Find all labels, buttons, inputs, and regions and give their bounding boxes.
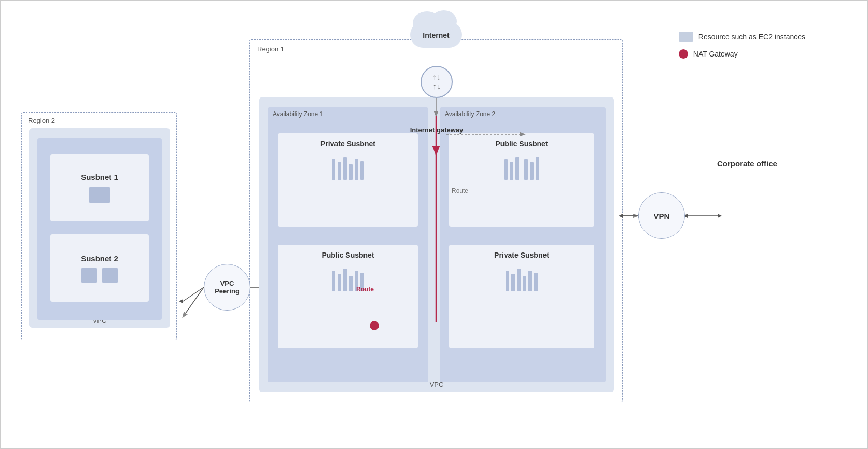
route-label-gray: Route <box>452 187 468 194</box>
svg-marker-36 <box>179 299 183 303</box>
svg-line-35 <box>183 287 204 301</box>
public-subnet-az2-resource-pair <box>504 154 539 180</box>
region2-subnet1-resource <box>89 187 110 203</box>
legend-nat: NAT Gateway <box>679 49 805 59</box>
region1-label: Region 1 <box>257 45 284 53</box>
az2-box: Availability Zone 2 Public Susbnet <box>440 107 606 382</box>
igw-arrows: ↑↓ ↑↓ <box>432 73 441 91</box>
private-subnet-az2-resource <box>506 265 538 291</box>
vpn-circle: VPN <box>638 192 685 239</box>
igw-label: Internet gateway <box>410 126 464 134</box>
cloud-bump2 <box>431 10 457 32</box>
legend-resource-icon <box>679 32 693 42</box>
region2-label: Region 2 <box>28 117 55 124</box>
az1-label: Availability Zone 1 <box>273 110 323 118</box>
region2-inner-bg: Susbnet 1 Susbnet 2 <box>37 138 162 320</box>
region2-subnet2: Susbnet 2 <box>50 234 149 302</box>
vpc-peering-label: VPCPeering <box>215 279 240 295</box>
region1-container: Region 1 Internet VPC ↑↓ ↑↓ Internet gat… <box>249 39 623 402</box>
vpc-peering-circle: VPCPeering <box>204 264 250 311</box>
region2-subnet2-resources <box>81 268 118 283</box>
legend-resource: Resource such as EC2 instances <box>679 32 805 42</box>
public-subnet-az1-label: Public Susbnet <box>321 251 374 259</box>
internet-label: Internet <box>423 31 449 39</box>
private-subnet-az2: Private Susbnet <box>449 245 594 348</box>
nat-gateway-dot <box>370 321 379 330</box>
private-subnet-az1: Private Susbnet <box>278 133 418 227</box>
svg-line-34 <box>183 287 204 317</box>
resource-icon-2 <box>102 268 118 283</box>
public-subnet-az2: Public Susbnet <box>449 133 594 227</box>
public-subnet-az1: Public Susbnet <box>278 245 418 348</box>
legend: Resource such as EC2 instances NAT Gatew… <box>679 32 805 59</box>
igw-circle: ↑↓ ↑↓ <box>421 66 453 98</box>
az2-label: Availability Zone 2 <box>445 110 495 118</box>
legend-nat-label: NAT Gateway <box>693 50 738 58</box>
region1-vpc-bg: VPC ↑↓ ↑↓ Internet gateway Availability … <box>259 97 614 392</box>
region2-subnet2-label: Susbnet 2 <box>81 254 118 263</box>
az1-box: Availability Zone 1 Private Susbnet <box>268 107 428 382</box>
region2-subnet1-label: Susbnet 1 <box>81 173 118 181</box>
route-label-pink: Route <box>356 286 374 293</box>
svg-marker-30 <box>718 214 722 218</box>
main-diagram: Resource such as EC2 instances NAT Gatew… <box>0 0 868 449</box>
resource-icon-1 <box>81 268 97 283</box>
region2-container: Region 2 VPC Susbnet 1 Susbnet 2 <box>21 112 177 340</box>
cloud-shape: Internet <box>402 11 470 48</box>
internet-cloud: Internet <box>402 11 470 48</box>
legend-resource-label: Resource such as EC2 instances <box>698 33 805 41</box>
private-subnet-az1-label: Private Susbnet <box>320 139 375 148</box>
region2-vpc-bg: VPC Susbnet 1 Susbnet 2 <box>29 128 170 328</box>
corporate-container: Corporate office <box>717 159 777 172</box>
vpn-label: VPN <box>654 212 670 220</box>
corporate-label: Corporate office <box>717 159 777 168</box>
private-subnet-az1-resource <box>332 154 364 180</box>
public-subnet-az2-label: Public Susbnet <box>495 139 548 148</box>
legend-nat-icon <box>679 49 688 59</box>
private-subnet-az2-label: Private Susbnet <box>494 251 549 259</box>
region2-subnet1: Susbnet 1 <box>50 154 149 221</box>
